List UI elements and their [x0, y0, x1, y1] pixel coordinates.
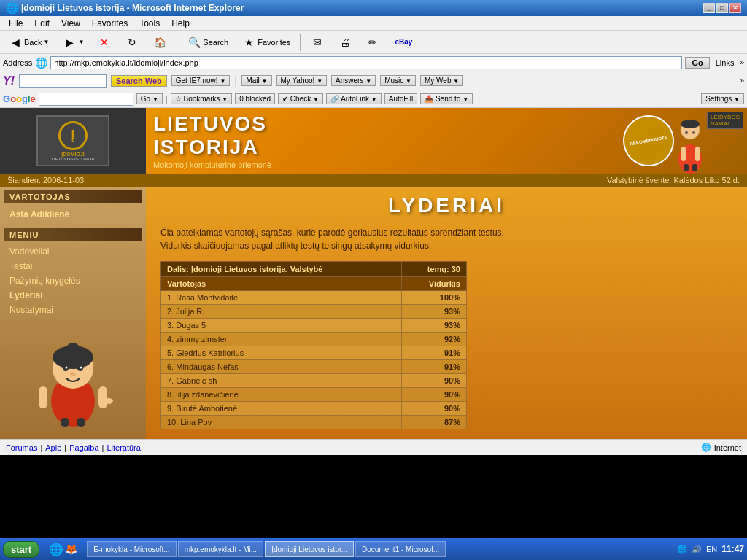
answers-button[interactable]: Answers ▼: [331, 75, 376, 86]
link-sep3: |: [102, 443, 104, 452]
autolink-button[interactable]: 🔗 AutoLink ▼: [326, 93, 382, 104]
main-content[interactable]: LYDERIAI Čia pateikiamas vartotojų sąraš…: [146, 187, 747, 439]
site-header-left: Į ĮDOMIOJI LIETUVOS ISTORIJA: [0, 108, 146, 174]
toolbar-divider1: |: [234, 74, 237, 88]
footer-link-forumas[interactable]: Forumas: [6, 443, 37, 452]
music-dropdown-icon: ▼: [406, 78, 411, 85]
table-row: 1. Rasa Montvidaitė 100%: [161, 291, 467, 305]
titlebar-left: 🌐 Įdomioji Lietuvos istorija - Microsoft…: [6, 2, 244, 14]
footer-link-literatura[interactable]: Literatūra: [107, 443, 140, 452]
more-toolbar-icon[interactable]: »: [740, 77, 744, 85]
google-bookmarks-button[interactable]: ☆ Bookmarks ▼: [171, 93, 233, 104]
google-go-button[interactable]: Go ▼: [136, 93, 163, 104]
leaderboard-table-1: Dalis: Įdomioji Lietuvos istorija. Valst…: [160, 261, 467, 429]
status-bar: Forumas | Apie | Pagalba | Literatūra 🌐 …: [0, 439, 747, 455]
menu-edit[interactable]: Edit: [28, 17, 55, 30]
my-web-button[interactable]: My Web ▼: [420, 75, 463, 86]
close-button[interactable]: ✕: [729, 3, 741, 13]
sidebar-item-pazymiu[interactable]: Pažymių knygelės: [4, 273, 142, 288]
check-button[interactable]: ✔ Check ▼: [278, 93, 323, 104]
check-icon: ✔: [282, 95, 288, 103]
t1r1-name: 1. Rasa Montvidaitė: [161, 291, 402, 305]
links-arrow: »: [740, 58, 744, 66]
t1r2-score: 93%: [401, 305, 466, 319]
settings-button[interactable]: Settings ▼: [701, 93, 744, 104]
music-button[interactable]: Music ▼: [380, 75, 416, 86]
table1-header-row: Dalis: Įdomioji Lietuvos istorija. Valst…: [161, 262, 467, 277]
page-title: LYDERIAI: [160, 194, 732, 217]
mail-icon: ✉: [310, 35, 325, 50]
home-button[interactable]: 🏠: [147, 33, 172, 52]
menu-favorites[interactable]: Favorites: [86, 17, 133, 30]
send-icon: 📤: [425, 95, 433, 103]
favorites-button[interactable]: ★ Favorites: [236, 33, 295, 52]
print-button[interactable]: 🖨: [333, 33, 357, 52]
autofill-button[interactable]: AutoFill: [384, 93, 417, 104]
menu-file[interactable]: File: [3, 17, 28, 30]
address-input[interactable]: [50, 56, 682, 69]
footer-link-pagalba[interactable]: Pagalba: [69, 443, 98, 452]
svg-rect-3: [695, 147, 700, 161]
yahoo-search-input[interactable]: [19, 74, 107, 88]
start-button[interactable]: start: [3, 541, 39, 558]
yahoo-search-button[interactable]: Search Web: [111, 75, 167, 87]
google-search-input[interactable]: [39, 93, 133, 106]
page-description: Čia pateikiamas vartotojų sąrašas, kurie…: [160, 226, 732, 252]
forward-button[interactable]: ▶ ▼: [57, 33, 89, 52]
send-to-button[interactable]: 📤 Send to ▼: [420, 93, 473, 104]
mail-toolbar-label: Mail: [246, 77, 259, 85]
taskbar-btn-document[interactable]: Document1 - Microsof...: [355, 541, 446, 557]
search-button[interactable]: 🔍 Search: [182, 33, 233, 52]
footer-link-apie[interactable]: Apie: [45, 443, 61, 452]
t1r10-name: 10. Lina Pov: [161, 416, 402, 429]
back-button[interactable]: ◀ Back ▼: [3, 33, 54, 52]
date-label: Šiandien: 2006-11-03: [7, 176, 84, 184]
minimize-button[interactable]: _: [703, 3, 715, 13]
mail-toolbar-button[interactable]: Mail ▼: [241, 75, 271, 86]
back-dropdown-icon[interactable]: ▼: [43, 39, 49, 45]
go-button[interactable]: Go: [685, 57, 709, 69]
taskbar-right: 🌐 🔊 EN 11:47: [677, 544, 744, 554]
autolink-arrow: ▼: [371, 96, 377, 103]
get-ie7-label: Get IE7 now!: [176, 77, 218, 85]
ebay-link[interactable]: eBay: [395, 38, 412, 46]
svg-point-19: [70, 372, 76, 376]
menu-view[interactable]: View: [55, 17, 86, 30]
globe-status-icon: 🌐: [701, 443, 711, 452]
taskbar-btn-idomioji[interactable]: Įdomioji Lietuvos istor...: [265, 541, 354, 557]
forward-dropdown-icon[interactable]: ▼: [78, 39, 84, 45]
network-icon: 🌐: [677, 545, 687, 554]
taskbar-btn-emokykla[interactable]: E-mokykla - Microsoft...: [87, 541, 176, 557]
yahoo-toolbar: Y! Search Web Get IE7 now! ▼ | Mail ▼ My…: [0, 71, 747, 90]
menu-section: MENIU Vadovėliai Testai Pažymių knygelės…: [4, 228, 142, 317]
svg-point-18: [80, 367, 82, 369]
refresh-button[interactable]: ↻: [120, 33, 144, 52]
back-label: Back: [24, 38, 42, 47]
edit-btn[interactable]: ✏: [360, 33, 385, 52]
table-row: 5. Giedrius Katrliorius 91%: [161, 346, 467, 360]
sound-icon: 🔊: [692, 545, 702, 554]
links-label[interactable]: Links: [713, 58, 738, 68]
taskbar-btn-mkp[interactable]: mkp.emokykla.lt - Mi...: [178, 541, 263, 557]
table-row: 2. Julija R. 93%: [161, 305, 467, 319]
address-bar: Address 🌐 Go Links »: [0, 54, 747, 71]
blocked-button[interactable]: 0 blocked: [235, 93, 275, 104]
table1-col1-label: Vartotojas: [161, 277, 402, 291]
sidebar-item-testai[interactable]: Testai: [4, 259, 142, 273]
menu-tools[interactable]: Tools: [133, 17, 166, 30]
star-icon: ★: [241, 35, 256, 50]
sidebar-item-vadoveliai[interactable]: Vadovėliai: [4, 244, 142, 259]
stop-button[interactable]: ✕: [92, 33, 117, 52]
get-ie7-button[interactable]: Get IE7 now! ▼: [171, 75, 231, 86]
bookmarks-arrow: ▼: [222, 96, 228, 103]
google-go-label: Go: [141, 95, 150, 103]
t1r8-name: 8. lilija zdanevičienė: [161, 388, 402, 402]
menu-help[interactable]: Help: [166, 17, 196, 30]
taskbar-clock: 11:47: [721, 544, 744, 554]
sidebar-item-lyderiai[interactable]: Lyderiai: [4, 288, 142, 303]
maximize-button[interactable]: □: [716, 3, 728, 13]
sidebar-item-nustatymai[interactable]: Nustatymai: [4, 303, 142, 317]
mail-button[interactable]: ✉: [305, 33, 330, 52]
svg-rect-23: [61, 418, 69, 427]
my-yahoo-button[interactable]: My Yahoo! ▼: [276, 75, 328, 86]
